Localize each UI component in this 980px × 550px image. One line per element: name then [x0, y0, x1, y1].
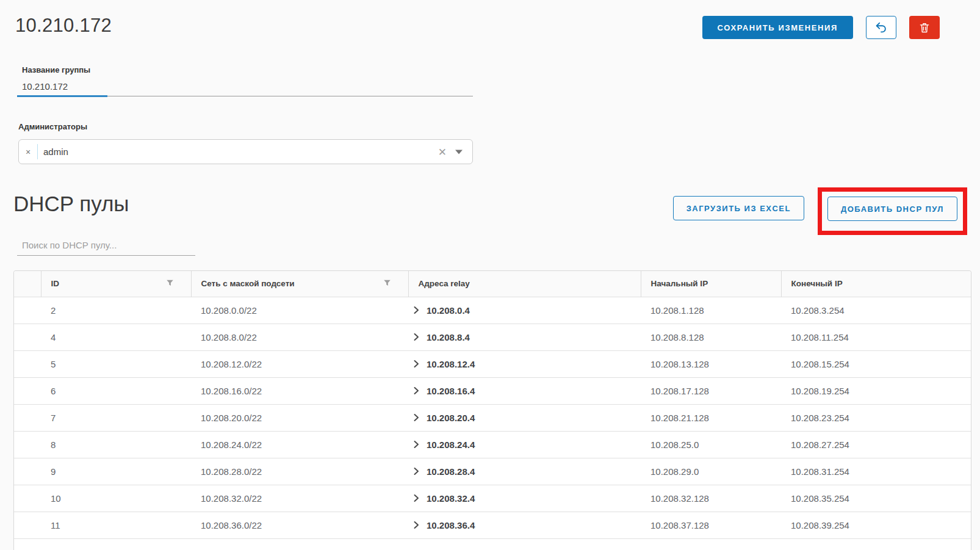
header-relay-label: Адреса relay: [419, 279, 470, 288]
expand-chevron-icon[interactable]: [413, 467, 419, 476]
expand-chevron-icon[interactable]: [413, 306, 419, 314]
cell-end-ip: 10.208.19.254: [781, 377, 971, 404]
expand-chevron-icon[interactable]: [413, 333, 419, 341]
header-id-column: ID: [41, 271, 191, 297]
undo-button[interactable]: [866, 16, 896, 39]
cell-relay: 10.208.24.4: [408, 431, 641, 458]
input-focus-underline: [17, 95, 107, 97]
relay-ip-value: 10.208.16.4: [427, 386, 475, 396]
expand-chevron-icon[interactable]: [413, 440, 419, 449]
administrators-multiselect[interactable]: × admin ✕: [18, 139, 473, 164]
dhcp-pools-heading: DHCP пулы: [13, 192, 129, 216]
chip-label: admin: [38, 147, 68, 157]
cell-start-ip: 10.208.21.128: [641, 404, 781, 431]
header-start-ip-column: Начальный IP: [641, 271, 781, 297]
cell-id: 4: [41, 324, 191, 350]
group-name-label: Название группы: [22, 65, 473, 74]
table-row[interactable]: 9 10.208.28.0/22 10.208.28.4 10.208.29.0…: [14, 458, 971, 485]
group-name-field: Название группы: [17, 65, 473, 96]
header-end-ip-column: Конечный IP: [781, 271, 971, 297]
cell-relay: 10.208.28.4: [408, 458, 641, 485]
save-changes-button[interactable]: СОХРАНИТЬ ИЗМЕНЕНИЯ: [702, 16, 853, 39]
cell-start-ip: 10.208.13.128: [641, 350, 781, 377]
administrators-label: Администраторы: [18, 122, 473, 131]
expand-chevron-icon[interactable]: [413, 386, 419, 395]
cell-network: 10.208.16.0/22: [191, 377, 408, 404]
cell-end-ip: 10.208.15.254: [781, 350, 971, 377]
expand-chevron-icon[interactable]: [413, 360, 419, 368]
filter-icon[interactable]: [166, 279, 174, 289]
cell-end-ip: 10.208.23.254: [781, 404, 971, 431]
cell-select: [14, 431, 41, 458]
trash-icon: [918, 21, 931, 34]
table-row[interactable]: 7 10.208.20.0/22 10.208.20.4 10.208.21.1…: [14, 404, 971, 431]
table-row[interactable]: 10 10.208.32.0/22 10.208.32.4 10.208.32.…: [14, 485, 971, 512]
cell-network: 10.208.8.0/22: [191, 324, 408, 350]
cell-id: 5: [41, 350, 191, 377]
cell-network: 10.208.24.0/22: [191, 431, 408, 458]
cell-end-ip: 10.208.31.254: [781, 458, 971, 485]
relay-ip-value: 10.208.8.4: [427, 332, 470, 342]
table-row[interactable]: 5 10.208.12.0/22 10.208.12.4 10.208.13.1…: [14, 350, 971, 377]
cell-relay: 10.208.16.4: [408, 377, 641, 404]
relay-ip-value: 10.208.24.4: [427, 440, 475, 450]
chevron-down-icon[interactable]: [455, 150, 463, 154]
load-from-excel-button[interactable]: ЗАГРУЗИТЬ ИЗ EXCEL: [673, 196, 804, 220]
relay-ip-value: 10.208.32.4: [427, 493, 475, 504]
administrators-field: Администраторы × admin ✕: [18, 122, 473, 164]
relay-ip-value: 10.208.20.4: [427, 413, 475, 423]
cell-select: [14, 458, 41, 485]
cell-id: 7: [41, 404, 191, 431]
header-start-ip-label: Начальный IP: [651, 279, 708, 288]
relay-ip-value: 10.208.0.4: [427, 305, 470, 316]
header-network-column: Сеть с маской подсети: [191, 271, 408, 297]
cell-network: 10.208.36.0/22: [191, 512, 408, 538]
top-action-bar: СОХРАНИТЬ ИЗМЕНЕНИЯ: [702, 16, 940, 39]
cell-start-ip: 10.208.25.0: [641, 431, 781, 458]
expand-chevron-icon[interactable]: [413, 521, 419, 529]
cell-relay: 10.208.20.4: [408, 404, 641, 431]
header-relay-column: Адреса relay: [408, 271, 641, 297]
cell-select: [14, 377, 41, 404]
selected-admin-chip: × admin: [19, 140, 68, 164]
cell-relay: 10.208.36.4: [408, 512, 641, 538]
pool-search-input[interactable]: [17, 239, 195, 256]
table-row[interactable]: 2 10.208.0.0/22 10.208.0.4 10.208.1.128 …: [14, 297, 971, 324]
filter-icon[interactable]: [383, 279, 391, 289]
expand-chevron-icon[interactable]: [413, 413, 419, 422]
cell-select: [14, 350, 41, 377]
cell-select: [14, 404, 41, 431]
delete-group-button[interactable]: [909, 16, 940, 39]
pool-search-field: [17, 239, 195, 256]
chip-remove-icon[interactable]: ×: [19, 147, 37, 157]
cell-select: [14, 512, 41, 538]
table-row[interactable]: 11 10.208.36.0/22 10.208.36.4 10.208.37.…: [14, 512, 971, 538]
relay-ip-value: 10.208.28.4: [427, 466, 475, 477]
cell-select: [14, 324, 41, 350]
cell-start-ip: 10.208.17.128: [641, 377, 781, 404]
table-row[interactable]: 4 10.208.8.0/22 10.208.8.4 10.208.8.128 …: [14, 324, 971, 350]
cell-relay: 10.208.0.4: [408, 297, 641, 324]
relay-ip-value: 10.208.12.4: [427, 359, 475, 369]
header-end-ip-label: Конечный IP: [791, 279, 843, 288]
group-name-input[interactable]: [17, 80, 473, 96]
pool-table-body: 2 10.208.0.0/22 10.208.0.4 10.208.1.128 …: [14, 297, 971, 538]
cell-relay: 10.208.8.4: [408, 324, 641, 350]
cell-relay: 10.208.12.4: [408, 350, 641, 377]
select-clear-icon[interactable]: ✕: [438, 147, 447, 157]
cell-id: 8: [41, 431, 191, 458]
add-dhcp-pool-button[interactable]: ДОБАВИТЬ DHCP ПУЛ: [827, 197, 957, 221]
cell-network: 10.208.12.0/22: [191, 350, 408, 377]
cell-start-ip: 10.208.8.128: [641, 324, 781, 350]
cell-end-ip: 10.208.27.254: [781, 431, 971, 458]
highlight-annotation-box: ДОБАВИТЬ DHCP ПУЛ: [818, 187, 967, 235]
table-row[interactable]: 8 10.208.24.0/22 10.208.24.4 10.208.25.0…: [14, 431, 971, 458]
expand-chevron-icon[interactable]: [413, 494, 419, 502]
cell-network: 10.208.0.0/22: [191, 297, 408, 324]
cell-end-ip: 10.208.35.254: [781, 485, 971, 512]
clipped-next-row: [14, 538, 971, 550]
relay-ip-value: 10.208.36.4: [427, 520, 475, 530]
cell-end-ip: 10.208.11.254: [781, 324, 971, 350]
header-select-column: [14, 271, 41, 297]
table-row[interactable]: 6 10.208.16.0/22 10.208.16.4 10.208.17.1…: [14, 377, 971, 404]
